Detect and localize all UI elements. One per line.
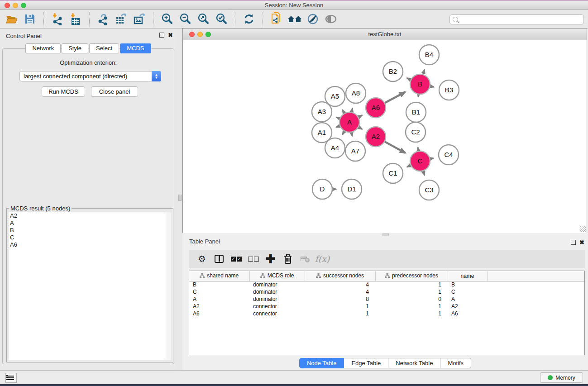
node-table[interactable]: shared name MCDS role successor nodes pr… bbox=[189, 271, 585, 355]
graph-edge-B-B2[interactable] bbox=[407, 78, 411, 80]
graph-node-B3[interactable]: B3 bbox=[439, 80, 459, 100]
hide-graphics-button[interactable] bbox=[304, 11, 322, 27]
graph-edge-A-A8[interactable] bbox=[352, 108, 353, 112]
graph-edge-C-C1[interactable] bbox=[407, 165, 411, 167]
run-mcds-button[interactable]: Run MCDS bbox=[42, 86, 85, 97]
save-session-button[interactable] bbox=[21, 11, 39, 27]
mcds-result-list[interactable]: A2ABCA6 bbox=[9, 212, 166, 360]
result-item[interactable]: A6 bbox=[9, 241, 166, 248]
export-network-button[interactable] bbox=[94, 11, 112, 27]
table-cell[interactable]: 4 bbox=[305, 281, 375, 288]
close-panel-icon[interactable]: ✖ bbox=[579, 240, 584, 245]
graph-node-C2[interactable]: C2 bbox=[406, 122, 425, 142]
table-cell[interactable]: A6 bbox=[189, 310, 249, 317]
graph-edge-C-C3[interactable] bbox=[423, 171, 425, 176]
tab-network-table[interactable]: Network Table bbox=[388, 358, 440, 368]
add-column-button[interactable]: ✚ bbox=[262, 252, 279, 266]
window-resize-handle[interactable] bbox=[580, 226, 586, 232]
close-window-button[interactable] bbox=[5, 3, 10, 8]
table-cell[interactable]: dominator bbox=[249, 288, 305, 295]
table-row[interactable]: Bdominator41B bbox=[189, 281, 584, 288]
graph-edge-A-A7[interactable] bbox=[352, 133, 353, 136]
criterion-dropdown[interactable]: largest connected component (directed) ▲… bbox=[19, 71, 161, 81]
graph-node-A2[interactable]: A2 bbox=[366, 127, 386, 147]
table-row[interactable]: Adominator80A bbox=[189, 295, 584, 303]
graph-node-A[interactable]: A bbox=[339, 112, 359, 132]
table-cell[interactable]: B bbox=[448, 281, 487, 288]
network-window-titlebar[interactable]: testGlobe.txt bbox=[183, 29, 587, 40]
table-cell[interactable]: A2 bbox=[189, 303, 249, 310]
zoom-selected-button[interactable] bbox=[212, 11, 230, 27]
graph-node-A3[interactable]: A3 bbox=[312, 102, 332, 122]
table-row[interactable]: Cdominator41C bbox=[189, 288, 584, 295]
close-panel-icon[interactable]: ✖ bbox=[168, 33, 173, 38]
zoom-in-button[interactable] bbox=[158, 11, 176, 27]
table-cell[interactable]: 1 bbox=[375, 281, 448, 288]
graph-node-A8[interactable]: A8 bbox=[346, 83, 366, 103]
column-header-predecessor-nodes[interactable]: predecessor nodes bbox=[375, 271, 448, 281]
table-row[interactable]: A6connector11A6 bbox=[189, 310, 584, 317]
graph-node-C[interactable]: C bbox=[410, 151, 430, 171]
graph-node-B4[interactable]: B4 bbox=[419, 45, 439, 65]
new-network-from-file-button[interactable] bbox=[268, 11, 286, 27]
graph-node-A7[interactable]: A7 bbox=[345, 141, 365, 161]
table-cell[interactable]: A bbox=[189, 295, 249, 303]
graph-edge-B-B3[interactable] bbox=[430, 86, 434, 87]
open-session-button[interactable] bbox=[3, 11, 21, 27]
table-settings-button[interactable]: ⚙ bbox=[193, 252, 210, 266]
zoom-out-button[interactable] bbox=[176, 11, 194, 27]
column-header-shared-name[interactable]: shared name bbox=[189, 271, 249, 281]
graph-edge-A-A3[interactable] bbox=[336, 117, 340, 119]
result-item[interactable]: B bbox=[9, 227, 166, 234]
table-cell[interactable]: dominator bbox=[249, 295, 305, 303]
graph-edge-A-A6[interactable] bbox=[359, 115, 362, 117]
minimize-window-button[interactable] bbox=[13, 3, 18, 8]
import-network-button[interactable] bbox=[48, 11, 67, 27]
table-cell[interactable]: A6 bbox=[448, 310, 487, 317]
graph-node-D[interactable]: D bbox=[312, 179, 332, 199]
graph-edge-A-A2[interactable] bbox=[359, 127, 362, 129]
table-cell[interactable]: 1 bbox=[375, 288, 448, 295]
task-history-button[interactable] bbox=[5, 373, 17, 383]
delete-column-button[interactable]: ✕ bbox=[296, 252, 314, 266]
tab-mcds[interactable]: MCDS bbox=[120, 43, 151, 53]
graph-node-B[interactable]: B bbox=[410, 74, 430, 94]
tab-style[interactable]: Style bbox=[62, 43, 88, 53]
result-item[interactable]: A2 bbox=[9, 212, 166, 219]
table-cell[interactable]: A bbox=[448, 295, 487, 303]
graph-node-B1[interactable]: B1 bbox=[406, 102, 426, 122]
float-panel-icon[interactable] bbox=[571, 240, 576, 245]
graph-edge-C-C4[interactable] bbox=[430, 158, 433, 159]
column-view-button[interactable] bbox=[210, 252, 228, 266]
network-zoom-button[interactable] bbox=[206, 32, 211, 37]
graph-edge-B-B4[interactable] bbox=[423, 69, 425, 74]
table-cell[interactable]: B bbox=[189, 281, 249, 288]
column-header-mcds-role[interactable]: MCDS role bbox=[249, 271, 305, 281]
graph-edge-A2-C[interactable] bbox=[385, 142, 405, 153]
export-table-button[interactable] bbox=[112, 11, 130, 27]
cybrowser-button[interactable] bbox=[286, 11, 304, 27]
graph-node-A4[interactable]: A4 bbox=[325, 138, 345, 158]
table-cell[interactable]: A2 bbox=[448, 303, 487, 310]
close-panel-button[interactable]: Close panel bbox=[91, 86, 138, 97]
table-row[interactable]: A2connector11A2 bbox=[189, 303, 584, 310]
delete-row-button[interactable] bbox=[279, 252, 296, 266]
network-close-button[interactable] bbox=[189, 32, 195, 37]
zoom-fit-button[interactable] bbox=[194, 11, 212, 27]
function-builder-button[interactable]: f(x) bbox=[314, 252, 331, 266]
tab-node-table[interactable]: Node Table bbox=[299, 358, 344, 368]
network-graph[interactable]: B4B2BB3B1A5A8A6A3AA1A2C2A4A7C4CC1C3DD1 bbox=[183, 41, 587, 233]
graph-edge-B-B1[interactable] bbox=[418, 95, 419, 97]
graph-edge-C-C2[interactable] bbox=[418, 148, 418, 151]
graph-edge-A-A1[interactable] bbox=[336, 126, 340, 127]
table-cell[interactable]: C bbox=[189, 288, 249, 295]
show-hide-button[interactable] bbox=[322, 11, 340, 27]
graph-node-C1[interactable]: C1 bbox=[383, 163, 403, 183]
result-item[interactable]: A bbox=[9, 219, 166, 227]
table-cell[interactable]: connector bbox=[249, 310, 305, 317]
table-cell[interactable]: 1 bbox=[305, 310, 375, 317]
table-cell[interactable]: dominator bbox=[249, 281, 305, 288]
tab-edge-table[interactable]: Edge Table bbox=[344, 358, 388, 368]
zoom-window-button[interactable] bbox=[21, 3, 26, 8]
column-header-successor-nodes[interactable]: successor nodes bbox=[305, 271, 375, 281]
